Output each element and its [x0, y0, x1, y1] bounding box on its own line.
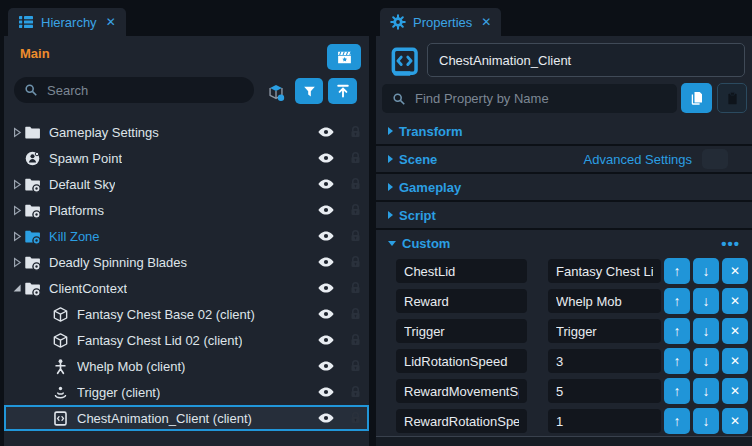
property-search-input[interactable]: [413, 90, 667, 107]
property-value-field[interactable]: [548, 379, 661, 403]
copy-properties-button[interactable]: [681, 83, 712, 113]
property-name-field[interactable]: [396, 319, 527, 343]
tree-row-platforms[interactable]: Platforms: [4, 197, 369, 223]
move-down-button[interactable]: ↓: [693, 288, 719, 314]
visibility-eye-icon[interactable]: [317, 332, 335, 348]
property-search[interactable]: [382, 84, 677, 113]
visibility-eye-icon[interactable]: [317, 228, 335, 244]
expand-collapsed-icon[interactable]: [10, 179, 24, 190]
cube-icon: [52, 306, 69, 323]
lock-icon[interactable]: [348, 384, 363, 400]
folder-badge-icon: [24, 228, 41, 245]
section-script[interactable]: Script: [376, 202, 752, 228]
visibility-eye-icon[interactable]: [317, 280, 335, 296]
visibility-eye-icon[interactable]: [317, 176, 335, 192]
property-value-field[interactable]: [548, 349, 661, 373]
tree-row-deadly-spinning-blades[interactable]: Deadly Spinning Blades: [4, 249, 369, 275]
object-name-field[interactable]: [427, 43, 745, 77]
lock-icon[interactable]: [348, 150, 363, 166]
filter-button[interactable]: [295, 78, 323, 104]
expand-collapsed-icon[interactable]: [10, 231, 24, 242]
property-name-field[interactable]: [396, 289, 527, 313]
scene-settings-button[interactable]: [327, 44, 361, 70]
tree-row-clientcontext[interactable]: ClientContext: [4, 275, 369, 301]
close-icon[interactable]: ✕: [106, 15, 116, 29]
tree-row-trigger-client[interactable]: Trigger (client): [4, 379, 369, 405]
section-custom[interactable]: Custom•••: [376, 230, 752, 256]
lock-icon[interactable]: [348, 280, 363, 296]
lock-icon[interactable]: [348, 228, 363, 244]
section-transform[interactable]: Transform: [376, 118, 752, 144]
move-down-button[interactable]: ↓: [693, 258, 719, 284]
tree-row-spawn-point[interactable]: Spawn Point: [4, 145, 369, 171]
property-name-field[interactable]: [396, 379, 527, 403]
property-name-field[interactable]: [396, 349, 527, 373]
more-options-icon[interactable]: •••: [721, 235, 740, 252]
lock-icon[interactable]: [348, 410, 363, 426]
visibility-eye-icon[interactable]: [317, 150, 335, 166]
remove-button[interactable]: ✕: [722, 318, 748, 344]
tree-row-gameplay-settings[interactable]: Gameplay Settings: [4, 119, 369, 145]
lock-icon[interactable]: [348, 124, 363, 140]
lock-icon[interactable]: [348, 202, 363, 218]
tree-row-whelp-mob-client[interactable]: Whelp Mob (client): [4, 353, 369, 379]
expand-collapsed-icon[interactable]: [10, 205, 24, 216]
section-gameplay[interactable]: Gameplay: [376, 174, 752, 200]
move-down-button[interactable]: ↓: [693, 318, 719, 344]
property-value-field[interactable]: [548, 319, 661, 343]
visibility-eye-icon[interactable]: [317, 358, 335, 374]
property-name-field[interactable]: [396, 409, 527, 433]
search-icon: [392, 92, 406, 106]
lock-icon[interactable]: [348, 332, 363, 348]
visibility-eye-icon[interactable]: [317, 306, 335, 322]
move-up-button[interactable]: ↑: [664, 378, 690, 404]
property-value-field[interactable]: [548, 289, 661, 313]
advanced-settings-checkbox[interactable]: [702, 149, 728, 169]
search-input[interactable]: [45, 82, 244, 99]
move-up-button[interactable]: ↑: [664, 348, 690, 374]
networked-cube-icon[interactable]: [264, 82, 288, 102]
collapse-all-button[interactable]: [328, 78, 357, 104]
section-title: Scene: [399, 152, 437, 167]
advanced-settings-label[interactable]: Advanced Settings: [584, 152, 692, 167]
move-up-button[interactable]: ↑: [664, 408, 690, 434]
tree-row-kill-zone[interactable]: Kill Zone: [4, 223, 369, 249]
section-scene[interactable]: SceneAdvanced Settings: [376, 146, 752, 172]
tab-properties[interactable]: Properties ✕: [380, 8, 501, 36]
close-icon[interactable]: ✕: [481, 15, 491, 29]
visibility-eye-icon[interactable]: [317, 410, 335, 426]
move-down-button[interactable]: ↓: [693, 378, 719, 404]
visibility-eye-icon[interactable]: [317, 124, 335, 140]
lock-icon[interactable]: [348, 306, 363, 322]
remove-button[interactable]: ✕: [722, 348, 748, 374]
move-down-button[interactable]: ↓: [693, 408, 719, 434]
expand-collapsed-icon[interactable]: [10, 127, 24, 138]
lock-icon[interactable]: [348, 176, 363, 192]
property-name-field[interactable]: [396, 259, 527, 283]
move-up-button[interactable]: ↑: [664, 318, 690, 344]
move-up-button[interactable]: ↑: [664, 288, 690, 314]
paste-properties-button[interactable]: [717, 83, 747, 113]
property-value-field[interactable]: [548, 409, 661, 433]
visibility-eye-icon[interactable]: [317, 384, 335, 400]
visibility-eye-icon[interactable]: [317, 254, 335, 270]
remove-button[interactable]: ✕: [722, 258, 748, 284]
visibility-eye-icon[interactable]: [317, 202, 335, 218]
expand-expanded-icon[interactable]: [10, 283, 24, 293]
move-down-button[interactable]: ↓: [693, 348, 719, 374]
custom-property-row-chestlid: ↑ ↓ ✕: [376, 256, 752, 286]
property-value-field[interactable]: [548, 259, 661, 283]
expand-collapsed-icon[interactable]: [10, 257, 24, 268]
move-up-button[interactable]: ↑: [664, 258, 690, 284]
tree-row-fantasy-chest-lid-02-client[interactable]: Fantasy Chest Lid 02 (client): [4, 327, 369, 353]
tab-hierarchy[interactable]: Hierarchy ✕: [8, 8, 126, 36]
remove-button[interactable]: ✕: [722, 288, 748, 314]
remove-button[interactable]: ✕: [722, 408, 748, 434]
tree-row-fantasy-chest-base-02-client[interactable]: Fantasy Chest Base 02 (client): [4, 301, 369, 327]
hierarchy-search[interactable]: [14, 77, 254, 103]
lock-icon[interactable]: [348, 358, 363, 374]
remove-button[interactable]: ✕: [722, 378, 748, 404]
tree-row-chestanimation-client-client[interactable]: ChestAnimation_Client (client): [4, 405, 369, 431]
tree-row-default-sky[interactable]: Default Sky: [4, 171, 369, 197]
lock-icon[interactable]: [348, 254, 363, 270]
